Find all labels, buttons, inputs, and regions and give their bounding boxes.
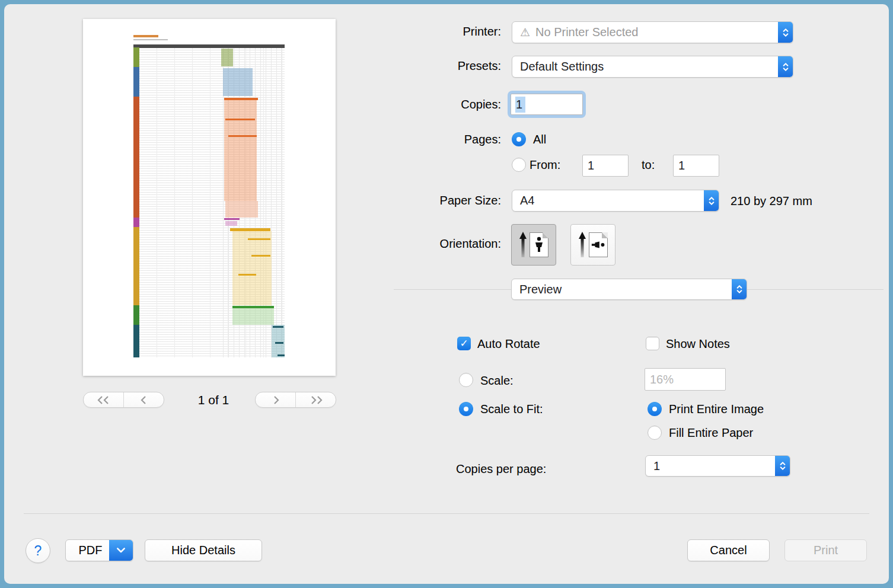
pagination-forward-group	[255, 392, 336, 408]
show-notes-checkbox[interactable]	[646, 337, 659, 350]
preview-block	[133, 218, 139, 227]
landscape-page-icon	[589, 232, 608, 257]
preview-block	[133, 47, 139, 67]
preview-block	[221, 49, 233, 66]
person-icon	[533, 237, 545, 253]
pdf-label: PDF	[66, 544, 109, 557]
app-pane-select[interactable]: Preview	[511, 279, 747, 300]
first-page-button[interactable]	[84, 392, 123, 407]
scale-label: Scale:	[480, 374, 514, 388]
pages-range-radio[interactable]	[512, 158, 526, 172]
preview-block	[248, 238, 270, 240]
preview-block	[224, 218, 240, 220]
orientation-label: Orientation:	[312, 237, 501, 251]
paper-size-label: Paper Size:	[312, 194, 501, 207]
pages-from-label: From:	[530, 158, 560, 172]
presets-label: Presets:	[312, 59, 501, 73]
question-mark-icon: ?	[34, 543, 42, 559]
orientation-portrait-button[interactable]	[511, 224, 556, 266]
preview-block	[224, 100, 257, 201]
preview-block	[133, 35, 158, 37]
preview-block	[232, 231, 272, 305]
presets-select[interactable]: Default Settings	[512, 56, 793, 78]
previous-page-button[interactable]	[123, 392, 164, 407]
footer-divider	[24, 513, 869, 514]
scale-to-fit-label: Scale to Fit:	[480, 402, 543, 416]
preview-block	[272, 325, 285, 357]
preview-block	[275, 342, 283, 344]
cancel-label: Cancel	[710, 544, 747, 557]
preview-block	[133, 67, 139, 97]
auto-rotate-label: Auto Rotate	[477, 337, 540, 351]
scale-to-fit-radio[interactable]	[459, 402, 473, 416]
copies-field-focus-ring: 1	[508, 91, 586, 118]
last-page-button[interactable]	[295, 392, 336, 407]
preview-block	[228, 135, 257, 137]
copies-value: 1	[515, 97, 525, 113]
stepper-icon	[778, 22, 793, 43]
preview-block	[133, 325, 139, 357]
print-entire-image-radio[interactable]	[648, 402, 662, 416]
fill-entire-paper-radio[interactable]	[648, 426, 662, 440]
print-button[interactable]: Print	[784, 539, 867, 561]
hide-details-button[interactable]: Hide Details	[145, 539, 262, 561]
preview-block	[225, 119, 255, 120]
help-button[interactable]: ?	[25, 538, 50, 563]
stepper-icon	[775, 456, 790, 476]
app-pane-value: Preview	[519, 283, 562, 296]
scale-radio[interactable]	[459, 373, 473, 387]
chevron-left-icon	[140, 396, 148, 404]
up-arrow-icon	[579, 232, 586, 258]
hide-details-label: Hide Details	[171, 544, 235, 557]
preview-block	[133, 305, 139, 325]
cancel-button[interactable]: Cancel	[687, 539, 770, 561]
preview-block	[225, 221, 237, 226]
scale-percent-input[interactable]	[645, 368, 726, 391]
preview-block	[133, 39, 168, 40]
preview-block	[133, 44, 285, 48]
up-arrow-icon	[519, 232, 527, 258]
chevron-right-icon	[272, 396, 280, 404]
preview-block	[278, 354, 285, 356]
stepper-icon	[778, 56, 793, 77]
preview-block	[232, 308, 274, 325]
next-page-button[interactable]	[256, 392, 295, 407]
document-preview	[83, 19, 336, 376]
preview-block	[225, 201, 258, 218]
copies-per-page-select[interactable]: 1	[645, 455, 790, 477]
fill-entire-paper-label: Fill Entire Paper	[669, 426, 753, 440]
print-entire-image-label: Print Entire Image	[669, 402, 764, 416]
copies-per-page-label: Copies per page:	[456, 462, 546, 476]
printer-select[interactable]: ⚠ No Printer Selected	[512, 21, 793, 43]
stepper-icon	[704, 190, 719, 211]
paper-dimensions: 210 by 297 mm	[731, 194, 812, 208]
preview-block	[251, 255, 270, 257]
pages-label: Pages:	[312, 133, 501, 146]
chevrons-left-icon	[96, 396, 111, 404]
show-notes-label: Show Notes	[666, 337, 730, 351]
preview-block	[273, 326, 283, 328]
print-label: Print	[814, 544, 838, 557]
paper-size-select[interactable]: A4	[512, 190, 719, 212]
paper-size-value: A4	[520, 194, 534, 207]
pages-to-input[interactable]	[673, 155, 719, 177]
printer-value: No Printer Selected	[535, 25, 638, 39]
copies-input[interactable]: 1	[511, 94, 583, 115]
person-rotated-icon	[591, 237, 606, 253]
preview-block	[223, 68, 253, 96]
preview-block	[133, 97, 139, 218]
chevrons-right-icon	[308, 396, 324, 404]
pages-all-label: All	[533, 133, 546, 146]
copies-label: Copies:	[312, 98, 501, 111]
pages-from-input[interactable]	[582, 155, 629, 177]
orientation-landscape-button[interactable]	[570, 224, 615, 266]
preview-block	[133, 227, 139, 305]
auto-rotate-checkbox[interactable]	[457, 337, 471, 350]
pages-all-radio[interactable]	[512, 132, 526, 146]
stepper-icon	[732, 279, 747, 299]
presets-value: Default Settings	[520, 60, 604, 74]
pagination-back-group	[83, 392, 164, 408]
pdf-menu-button[interactable]: PDF	[65, 539, 133, 561]
chevron-down-icon	[109, 540, 133, 561]
portrait-page-icon	[530, 232, 548, 257]
